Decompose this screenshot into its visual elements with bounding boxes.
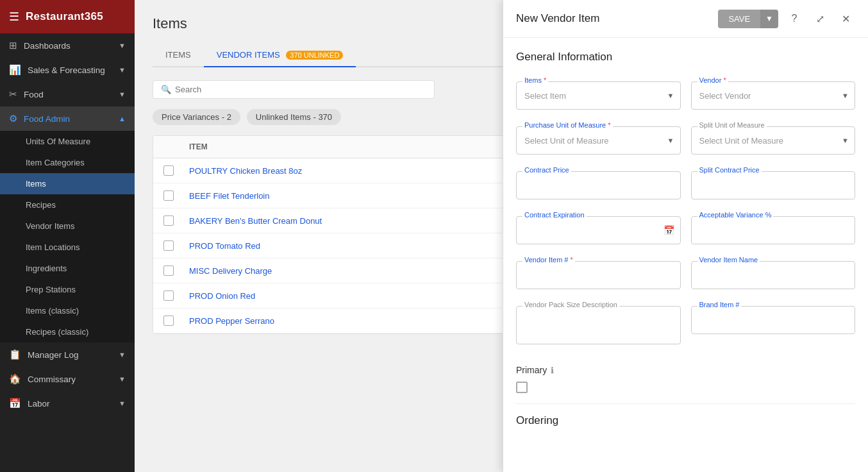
contract-price-field: Contract Price — [516, 171, 681, 199]
sidebar-item-food[interactable]: ✂ Food ▼ — [0, 82, 135, 106]
row-checkbox[interactable] — [163, 215, 174, 226]
calendar-icon[interactable]: 📅 — [664, 225, 674, 235]
items-field-label: Items — [522, 76, 548, 84]
dashboards-icon: ⊞ — [9, 40, 17, 51]
vendor-field: Vendor Select Vendor ▼ — [691, 81, 856, 110]
row-checkbox[interactable] — [163, 291, 174, 301]
help-button[interactable]: ? — [785, 9, 804, 28]
item-name[interactable]: POULTRY Chicken Breast 8oz — [189, 166, 514, 176]
sidebar-header: ☰ Restaurant365 — [0, 0, 135, 33]
sidebar-sub-item-item-locations[interactable]: Item Locations — [0, 237, 135, 258]
vendor-select-wrapper: Select Vendor ▼ — [691, 81, 856, 110]
item-name[interactable]: PROD Pepper Serrano — [189, 316, 514, 326]
sidebar-sub-item-ingredients[interactable]: Ingredients — [0, 258, 135, 279]
sidebar-sub-item-prep-stations[interactable]: Prep Stations — [0, 279, 135, 300]
item-column-header: Item — [189, 142, 514, 151]
help-icon: ? — [792, 13, 797, 24]
brand-logo: Restaurant365 — [26, 10, 103, 23]
panel-title: New Vendor Item — [516, 12, 599, 25]
vendor-items-badge: 370 UNLINKED — [286, 51, 343, 60]
sidebar-item-sales-forecasting[interactable]: 📊 Sales & Forecasting ▼ — [0, 58, 135, 82]
item-name[interactable]: BAKERY Ben's Butter Cream Donut — [189, 216, 514, 226]
contract-expiration-input[interactable] — [516, 216, 681, 244]
vendor-item-num-input[interactable] — [516, 261, 681, 289]
chevron-up-icon: ▲ — [119, 115, 126, 122]
row-checkbox[interactable] — [163, 190, 174, 201]
general-information-section: General Information Items Select Item ▼ — [516, 51, 855, 427]
sidebar-sub-item-items[interactable]: Items — [0, 173, 135, 194]
sidebar-sub-item-units[interactable]: Units Of Measure — [0, 131, 135, 152]
sidebar-item-labor[interactable]: 📅 Labor ▼ — [0, 391, 135, 416]
sidebar-label-food: Food — [24, 90, 44, 99]
row-checkbox[interactable] — [163, 240, 174, 251]
sidebar-sub-item-categories[interactable]: Item Categories — [0, 152, 135, 173]
sales-icon: 📊 — [9, 64, 21, 76]
tab-vendor-items[interactable]: VENDOR ITEMS 370 UNLINKED — [204, 44, 356, 67]
price-variances-badge[interactable]: Price Variances - 2 — [153, 109, 240, 125]
food-icon: ✂ — [9, 88, 17, 100]
sidebar-item-dashboards[interactable]: ⊞ Dashboards ▼ — [0, 33, 135, 58]
item-name[interactable]: BEEF Filet Tenderloin — [189, 191, 514, 201]
chevron-down-icon: ▼ — [119, 42, 126, 49]
item-name[interactable]: PROD Tomato Red — [189, 241, 514, 251]
items-select-wrapper: Select Item ▼ — [516, 81, 681, 110]
sidebar-item-manager-log[interactable]: 📋 Manager Log ▼ — [0, 342, 135, 367]
row-checkbox[interactable] — [163, 266, 174, 276]
sidebar: ☰ Restaurant365 ⊞ Dashboards ▼ 📊 Sales &… — [0, 0, 135, 472]
panel-body: General Information Items Select Item ▼ — [503, 38, 868, 472]
search-bar: 🔍 — [153, 80, 435, 99]
panel-header: New Vendor Item SAVE ▼ ? ⤢ ✕ — [503, 0, 868, 38]
save-dropdown-button[interactable]: ▼ — [760, 10, 778, 28]
vendor-item-name-input[interactable] — [691, 261, 856, 289]
sidebar-sub-item-items-classic[interactable]: Items (classic) — [0, 300, 135, 321]
vendor-item-num-field: Vendor Item # — [516, 261, 681, 289]
sidebar-sub-item-vendor-items[interactable]: Vendor Items — [0, 215, 135, 237]
vendor-pack-size-field: Vendor Pack Size Description — [516, 306, 681, 344]
acceptable-variance-input[interactable] — [691, 216, 856, 244]
sidebar-item-commissary[interactable]: 🏠 Commissary ▼ — [0, 367, 135, 391]
row-checkbox[interactable] — [163, 165, 174, 176]
sidebar-item-food-admin[interactable]: ⚙ Food Admin ▲ — [0, 106, 135, 131]
manager-log-icon: 📋 — [9, 349, 21, 360]
labor-icon: 📅 — [9, 398, 21, 409]
vendor-pack-size-input[interactable] — [516, 306, 681, 344]
search-icon: 🔍 — [161, 85, 171, 94]
primary-checkbox[interactable] — [516, 382, 528, 393]
close-button[interactable]: ✕ — [836, 9, 855, 28]
sidebar-sub-item-recipes[interactable]: Recipes — [0, 194, 135, 215]
chevron-down-icon: ▼ — [119, 375, 126, 383]
contract-expiration-label: Contract Expiration — [522, 211, 587, 219]
section-title-general: General Information — [516, 51, 855, 63]
contract-price-input[interactable] — [516, 171, 681, 199]
brand-item-num-label: Brand Item # — [697, 301, 742, 308]
row-checkbox[interactable] — [163, 316, 174, 326]
split-uom-select[interactable]: Select Unit of Measure — [691, 126, 856, 155]
vendor-select[interactable]: Select Vendor — [691, 81, 856, 110]
ordering-section-title: Ordering — [516, 414, 855, 427]
tab-items[interactable]: ITEMS — [153, 44, 204, 67]
vendor-pack-size-label: Vendor Pack Size Description — [522, 301, 619, 308]
save-button[interactable]: SAVE — [718, 10, 760, 28]
acceptable-variance-field: Acceptable Variance % — [691, 216, 856, 244]
expand-button[interactable]: ⤢ — [810, 9, 830, 28]
items-field: Items Select Item ▼ — [516, 81, 681, 110]
purchase-uom-field: Purchase Unit of Measure Select Unit of … — [516, 126, 681, 155]
items-select[interactable]: Select Item — [516, 81, 681, 110]
section-divider — [516, 403, 855, 404]
chevron-down-icon: ▼ — [119, 400, 126, 407]
split-contract-price-field: Split Contract Price — [691, 171, 856, 199]
brand-item-num-input[interactable] — [691, 306, 856, 334]
hamburger-icon[interactable]: ☰ — [9, 10, 19, 24]
purchase-uom-select[interactable]: Select Unit of Measure — [516, 126, 681, 155]
sidebar-sub-item-recipes-classic[interactable]: Recipes (classic) — [0, 321, 135, 342]
sidebar-label-commissary: Commissary — [28, 375, 76, 384]
sidebar-label-manager-log: Manager Log — [28, 350, 79, 360]
split-contract-price-input[interactable] — [691, 171, 856, 199]
unlinked-items-badge[interactable]: Unlinked Items - 370 — [247, 109, 341, 125]
item-name[interactable]: MISC Delivery Charge — [189, 266, 514, 276]
close-icon: ✕ — [842, 13, 850, 25]
checkbox-header — [163, 142, 189, 151]
chevron-down-icon: ▼ — [119, 90, 126, 98]
search-input[interactable] — [175, 85, 426, 94]
item-name[interactable]: PROD Onion Red — [189, 291, 514, 301]
